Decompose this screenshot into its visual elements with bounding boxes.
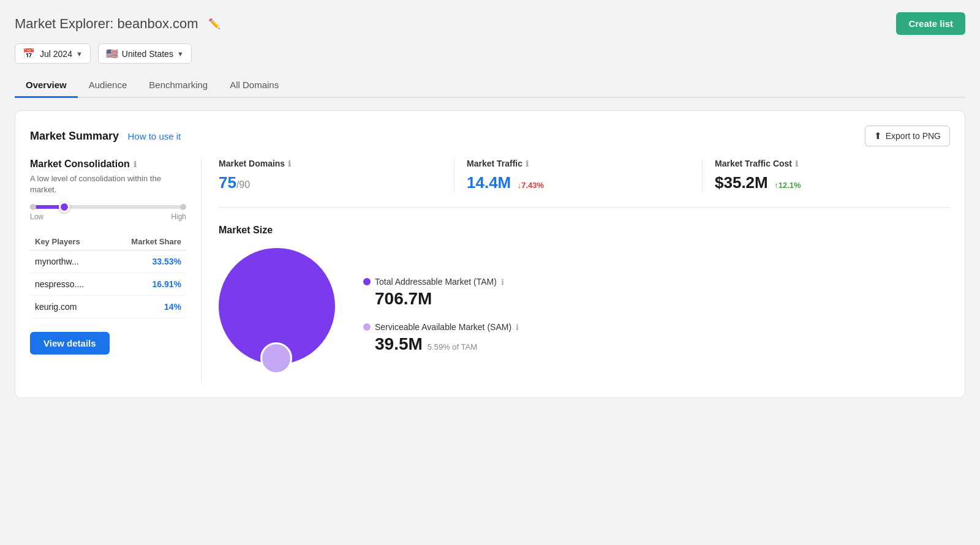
metric-domains-value: 75/90: [219, 173, 442, 192]
export-button[interactable]: ⬆ Export to PNG: [865, 126, 950, 146]
legend-sam-value-row: 39.5M 5.59% of TAM: [375, 334, 519, 354]
title-domain: beanbox.com: [118, 16, 198, 31]
legend-sam-info-icon[interactable]: ℹ: [516, 323, 519, 332]
date-filter-button[interactable]: 📅 Jul 2024 ▼: [15, 43, 91, 64]
bubble-sam: [260, 342, 292, 374]
legend-item-sam: Serviceable Available Market (SAM) ℹ 39.…: [363, 322, 519, 354]
market-summary-card: Market Summary How to use it ⬆ Export to…: [15, 110, 965, 398]
market-size-section: Market Size Total Addressable Mark: [219, 225, 950, 383]
metric-domains-info-icon[interactable]: ℹ: [288, 159, 291, 168]
key-players-table: Key Players Market Share mynorthw... 33.…: [30, 233, 186, 318]
tab-all-domains[interactable]: All Domains: [219, 73, 290, 98]
how-to-link[interactable]: How to use it: [128, 131, 181, 141]
legend-sam-dot: [363, 323, 371, 331]
metric-traffic-cost-info-icon[interactable]: ℹ: [795, 159, 798, 168]
legend-tam-value: 706.7M: [375, 289, 519, 309]
tab-audience[interactable]: Audience: [78, 73, 138, 98]
metric-traffic-value: 14.4M: [467, 173, 511, 192]
consolidation-info-icon[interactable]: ℹ: [134, 160, 137, 169]
table-row: nespresso.... 16.91%: [30, 273, 186, 296]
card-header: Market Summary How to use it ⬆ Export to…: [30, 126, 950, 146]
slider-high-label: High: [171, 212, 186, 221]
slider-right-dot: [180, 204, 186, 210]
metric-traffic-cost-value-row: $35.2M ↑12.1%: [715, 173, 938, 192]
title-prefix: Market Explorer:: [15, 16, 118, 31]
nav-tabs: Overview Audience Benchmarking All Domai…: [15, 73, 965, 98]
card-title-group: Market Summary How to use it: [30, 130, 181, 143]
metric-traffic-cost-change: ↑12.1%: [774, 181, 801, 190]
legend-sam-label: Serviceable Available Market (SAM): [375, 322, 511, 332]
metric-traffic-change: ↓7.43%: [518, 181, 544, 190]
export-icon: ⬆: [874, 130, 882, 141]
metric-traffic-cost-label: Market Traffic Cost ℹ: [715, 159, 938, 168]
legend-tam-info-icon[interactable]: ℹ: [501, 277, 504, 287]
flag-icon: 🇺🇸: [106, 48, 118, 59]
consolidation-section-title: Market Consolidation ℹ: [30, 159, 186, 170]
consolidation-title: Market Consolidation: [30, 159, 130, 170]
legend-sam-label-row: Serviceable Available Market (SAM) ℹ: [363, 322, 519, 332]
left-panel: Market Consolidation ℹ A low level of co…: [30, 159, 202, 383]
col-header-share: Market Share: [108, 233, 187, 250]
player-share: 33.53%: [108, 250, 187, 273]
legend-sam-value: 39.5M: [375, 334, 423, 354]
player-domain: nespresso....: [30, 273, 108, 296]
player-domain: mynorthw...: [30, 250, 108, 273]
metrics-row: Market Domains ℹ 75/90 Market Traffic ℹ …: [219, 159, 950, 208]
market-legend: Total Addressable Market (TAM) ℹ 706.7M …: [363, 277, 519, 354]
tab-overview[interactable]: Overview: [15, 73, 78, 98]
player-domain: keurig.com: [30, 296, 108, 318]
view-details-button[interactable]: View details: [30, 332, 110, 355]
legend-item-tam: Total Addressable Market (TAM) ℹ 706.7M: [363, 277, 519, 309]
col-header-players: Key Players: [30, 233, 108, 250]
date-chevron-icon: ▼: [76, 50, 83, 58]
slider-track: [30, 205, 186, 209]
card-title: Market Summary: [30, 130, 119, 142]
player-share: 16.91%: [108, 273, 187, 296]
right-panel: Market Domains ℹ 75/90 Market Traffic ℹ …: [202, 159, 950, 383]
player-share: 14%: [108, 296, 187, 318]
consolidation-description: A low level of consolidation within the …: [30, 173, 186, 195]
metric-traffic-cost-value: $35.2M: [715, 173, 768, 192]
date-filter-label: Jul 2024: [40, 49, 72, 59]
key-players-tbody: mynorthw... 33.53% nespresso.... 16.91% …: [30, 250, 186, 318]
tab-benchmarking[interactable]: Benchmarking: [138, 73, 219, 98]
legend-sam-sub: 5.59% of TAM: [428, 342, 477, 351]
country-filter-label: United States: [122, 49, 173, 59]
metric-traffic-value-row: 14.4M ↓7.43%: [467, 173, 690, 192]
country-chevron-icon: ▼: [177, 50, 184, 58]
slider-labels: Low High: [30, 212, 186, 221]
create-list-button[interactable]: Create list: [896, 12, 965, 35]
table-row: mynorthw... 33.53%: [30, 250, 186, 273]
metric-domains-label: Market Domains ℹ: [219, 159, 442, 168]
metric-domains: Market Domains ℹ 75/90: [219, 159, 454, 192]
legend-tam-label-row: Total Addressable Market (TAM) ℹ: [363, 277, 519, 287]
calendar-icon: 📅: [23, 48, 35, 59]
market-size-content: Total Addressable Market (TAM) ℹ 706.7M …: [219, 248, 950, 383]
legend-tam-dot: [363, 278, 371, 285]
metric-traffic-label: Market Traffic ℹ: [467, 159, 690, 168]
edit-icon[interactable]: ✏️: [208, 18, 221, 29]
consolidation-slider: Low High: [30, 205, 186, 221]
metric-traffic: Market Traffic ℹ 14.4M ↓7.43%: [454, 159, 703, 192]
slider-left-dot: [30, 204, 36, 210]
slider-low-label: Low: [30, 212, 43, 221]
country-filter-button[interactable]: 🇺🇸 United States ▼: [98, 43, 192, 64]
metric-traffic-info-icon[interactable]: ℹ: [526, 159, 529, 168]
page-title: Market Explorer: beanbox.com: [15, 16, 198, 32]
market-size-title: Market Size: [219, 225, 950, 236]
legend-tam-label: Total Addressable Market (TAM): [375, 277, 497, 287]
metric-traffic-cost: Market Traffic Cost ℹ $35.2M ↑12.1%: [703, 159, 950, 192]
main-content: Market Consolidation ℹ A low level of co…: [30, 159, 950, 383]
bubble-chart: [219, 248, 341, 383]
filters-row: 📅 Jul 2024 ▼ 🇺🇸 United States ▼: [15, 43, 965, 64]
header-row: Market Explorer: beanbox.com ✏️ Create l…: [15, 12, 965, 35]
slider-thumb[interactable]: [59, 201, 70, 212]
table-row: keurig.com 14%: [30, 296, 186, 318]
export-label: Export to PNG: [886, 131, 941, 141]
